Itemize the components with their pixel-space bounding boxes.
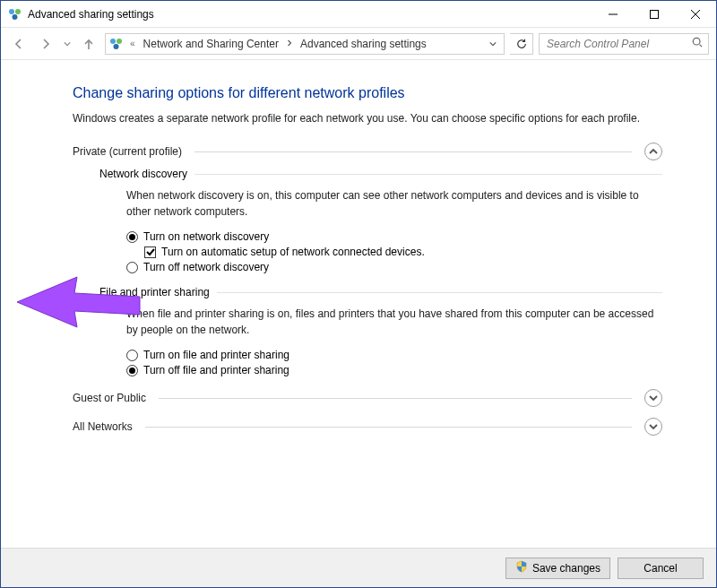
titlebar: Advanced sharing settings	[1, 1, 716, 28]
network-sharing-icon	[8, 7, 22, 22]
search-input[interactable]	[545, 37, 692, 51]
sub-header: Network discovery	[99, 168, 662, 180]
svg-point-0	[9, 9, 14, 14]
page-title: Change sharing options for different net…	[73, 85, 662, 101]
breadcrumb[interactable]: « Network and Sharing Center Advanced sh…	[105, 33, 505, 55]
divider	[194, 151, 632, 152]
section-label: Private (current profile)	[73, 145, 182, 158]
radio-label: Turn on file and printer sharing	[143, 349, 289, 361]
subsection-file-printer-sharing: File and printer sharing When file and p…	[99, 286, 662, 376]
divider	[194, 174, 662, 175]
radio-icon	[126, 231, 138, 243]
sub-label: File and printer sharing	[99, 286, 210, 298]
radio-label: Turn off file and printer sharing	[143, 364, 289, 376]
subsection-network-discovery: Network discovery When network discovery…	[99, 168, 662, 273]
recent-dropdown[interactable]	[62, 33, 73, 55]
section-header-guest[interactable]: Guest or Public	[73, 389, 662, 407]
radio-turn-off-network-discovery[interactable]: Turn off network discovery	[126, 261, 662, 273]
radio-turn-on-file-printer[interactable]: Turn on file and printer sharing	[126, 349, 662, 361]
section-header-private[interactable]: Private (current profile)	[73, 143, 662, 160]
svg-point-8	[110, 39, 116, 44]
sub-header: File and printer sharing	[99, 286, 662, 298]
footer-bar: Save changes Cancel	[1, 548, 716, 587]
back-button[interactable]	[8, 33, 30, 55]
breadcrumb-root-sep[interactable]: «	[127, 39, 138, 48]
svg-line-12	[700, 45, 703, 48]
search-box[interactable]	[539, 33, 709, 55]
chevron-right-icon	[284, 39, 295, 48]
svg-point-2	[13, 14, 18, 20]
checkbox-label: Turn on automatic setup of network conne…	[161, 246, 425, 258]
radio-icon	[126, 365, 138, 376]
radio-icon	[126, 350, 138, 361]
section-header-all[interactable]: All Networks	[73, 418, 662, 436]
section-private: Private (current profile) Network discov…	[73, 143, 662, 376]
network-sharing-icon	[109, 37, 124, 51]
maximize-button[interactable]	[634, 1, 675, 28]
breadcrumb-item-advanced-sharing[interactable]: Advanced sharing settings	[298, 38, 428, 50]
cancel-button[interactable]: Cancel	[618, 558, 704, 579]
button-label: Save changes	[532, 562, 600, 575]
divider	[145, 427, 632, 428]
checkbox-auto-setup[interactable]: Turn on automatic setup of network conne…	[144, 246, 662, 258]
window-controls	[592, 1, 716, 28]
address-dropdown[interactable]	[486, 38, 500, 50]
chevron-down-icon[interactable]	[644, 418, 662, 436]
sub-desc: When file and printer sharing is on, fil…	[126, 306, 662, 338]
divider	[159, 398, 632, 399]
radio-label: Turn off network discovery	[143, 261, 269, 273]
divider	[217, 292, 662, 293]
save-changes-button[interactable]: Save changes	[505, 558, 610, 579]
file-printer-options: Turn on file and printer sharing Turn of…	[126, 349, 662, 376]
radio-turn-on-network-discovery[interactable]: Turn on network discovery	[126, 230, 662, 243]
chevron-up-icon[interactable]	[644, 143, 662, 160]
section-all-networks: All Networks	[73, 418, 662, 436]
radio-turn-off-file-printer[interactable]: Turn off file and printer sharing	[126, 364, 662, 376]
search-icon	[692, 37, 703, 50]
forward-button[interactable]	[35, 33, 56, 55]
page-intro: Windows creates a separate network profi…	[73, 110, 662, 126]
sub-label: Network discovery	[99, 168, 187, 180]
window-title: Advanced sharing settings	[28, 8, 154, 21]
shield-icon	[515, 560, 528, 575]
breadcrumb-item-network-sharing-center[interactable]: Network and Sharing Center	[142, 38, 281, 50]
section-label: All Networks	[73, 420, 133, 433]
up-button[interactable]	[78, 33, 99, 55]
network-discovery-options: Turn on network discovery Turn on automa…	[126, 230, 662, 273]
minimize-button[interactable]	[592, 1, 634, 28]
radio-icon	[126, 262, 138, 273]
close-button[interactable]	[675, 1, 716, 28]
nav-row: « Network and Sharing Center Advanced sh…	[1, 28, 716, 60]
svg-rect-4	[651, 10, 659, 18]
chevron-down-icon[interactable]	[644, 389, 662, 407]
content-area: Change sharing options for different net…	[1, 60, 716, 548]
checkbox-icon	[144, 246, 156, 258]
svg-point-9	[117, 39, 122, 44]
button-label: Cancel	[644, 562, 677, 575]
svg-point-1	[15, 9, 21, 14]
radio-label: Turn on network discovery	[143, 230, 269, 243]
svg-point-11	[693, 38, 700, 45]
window-frame: Advanced sharing settings	[0, 0, 717, 588]
section-label: Guest or Public	[73, 392, 146, 404]
svg-point-10	[114, 44, 119, 49]
sub-desc: When network discovery is on, this compu…	[126, 187, 662, 220]
refresh-button[interactable]	[510, 33, 533, 55]
section-guest-public: Guest or Public	[73, 389, 662, 407]
